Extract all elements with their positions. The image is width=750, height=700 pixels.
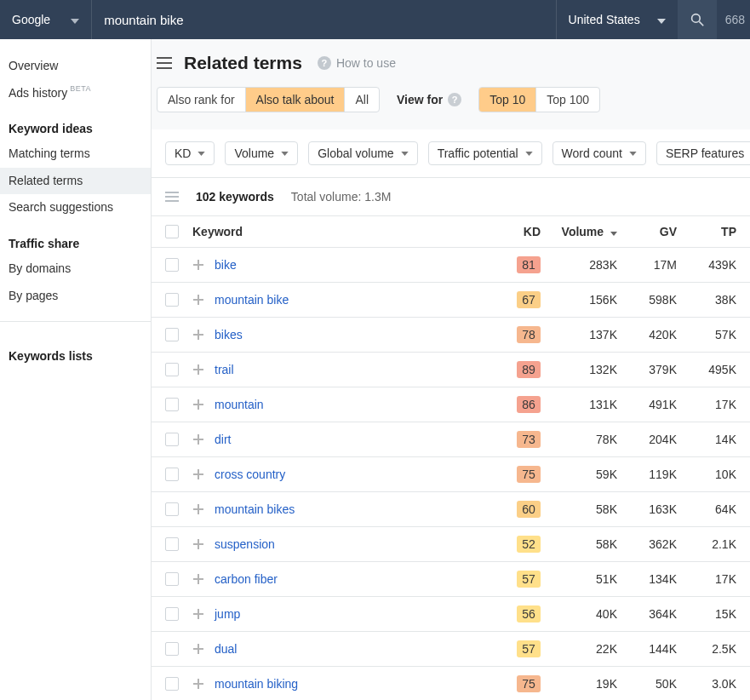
row-checkbox[interactable]	[165, 572, 179, 586]
keyword-link[interactable]: suspension	[215, 537, 275, 551]
table-header: Keyword KD Volume GV TP	[152, 216, 750, 248]
keyword-link[interactable]: bikes	[215, 328, 243, 341]
header-volume[interactable]: Volume	[541, 225, 617, 238]
table-menu-icon[interactable]	[165, 192, 179, 202]
keyword-link[interactable]: mountain bikes	[215, 502, 295, 516]
volume-cell: 132K	[541, 363, 617, 376]
expand-icon[interactable]	[192, 678, 204, 690]
row-checkbox[interactable]	[165, 642, 179, 656]
row-checkbox[interactable]	[165, 537, 179, 551]
table-row: mountain bike67156K598K38K	[152, 283, 750, 318]
sidebar-item[interactable]: Matching terms	[0, 141, 151, 168]
chevron-down-icon	[71, 13, 79, 26]
tp-cell: 14K	[677, 433, 736, 446]
header-kd[interactable]: KD	[496, 225, 541, 238]
engine-select[interactable]: Google	[0, 0, 92, 39]
expand-icon[interactable]	[192, 468, 204, 480]
sidebar-item-label: Related terms	[9, 173, 83, 190]
expand-icon[interactable]	[192, 364, 204, 376]
gv-cell: 364K	[617, 607, 677, 621]
filter-chip[interactable]: Global volume	[308, 141, 418, 165]
row-checkbox[interactable]	[165, 258, 179, 272]
tp-cell: 2.5K	[677, 642, 736, 656]
tp-cell: 15K	[677, 607, 736, 621]
filter-label: KD	[175, 146, 191, 160]
terms-tab[interactable]: Also rank for	[157, 88, 246, 112]
help-link[interactable]: ? How to use	[318, 56, 396, 70]
sidebar-item[interactable]: By pages	[0, 283, 151, 310]
terms-tab[interactable]: Also talk about	[246, 88, 346, 112]
sort-desc-icon	[610, 225, 617, 238]
keyword-link[interactable]: mountain biking	[215, 677, 298, 691]
keyword-link[interactable]: cross country	[215, 468, 285, 481]
row-checkbox[interactable]	[165, 468, 179, 481]
sidebar-item-label: Matching terms	[9, 146, 90, 163]
total-volume: Total volume: 1.3M	[291, 190, 392, 204]
row-checkbox[interactable]	[165, 363, 179, 376]
keyword-link[interactable]: carbon fiber	[215, 572, 278, 586]
search-input[interactable]: mountain bike	[92, 0, 555, 39]
expand-icon[interactable]	[192, 643, 204, 655]
table-row: mountain86131K491K17K	[152, 387, 750, 422]
keyword-link[interactable]: jump	[215, 607, 240, 621]
expand-icon[interactable]	[192, 433, 204, 445]
kd-chip: 75	[517, 466, 541, 483]
table-row: cross country7559K119K10K	[152, 457, 750, 492]
expand-icon[interactable]	[192, 573, 204, 585]
gv-cell: 362K	[617, 537, 677, 551]
filter-chip[interactable]: Volume	[225, 141, 298, 165]
keyword-link[interactable]: dual	[215, 642, 237, 656]
svg-point-0	[691, 14, 700, 23]
topn-tab[interactable]: Top 10	[479, 88, 536, 112]
row-checkbox[interactable]	[165, 328, 179, 341]
search-button[interactable]	[678, 0, 717, 39]
topn-tab[interactable]: Top 100	[536, 88, 599, 112]
header-keyword[interactable]: Keyword	[192, 225, 496, 238]
tp-cell: 495K	[677, 363, 736, 376]
expand-icon[interactable]	[192, 259, 204, 271]
row-checkbox[interactable]	[165, 293, 179, 307]
kd-chip: 57	[517, 571, 541, 588]
expand-icon[interactable]	[192, 538, 204, 550]
keyword-link[interactable]: mountain bike	[215, 293, 289, 307]
row-checkbox[interactable]	[165, 502, 179, 516]
tp-cell: 64K	[677, 502, 736, 516]
volume-cell: 283K	[541, 258, 617, 272]
expand-icon[interactable]	[192, 399, 204, 410]
volume-cell: 51K	[541, 572, 617, 586]
keyword-count: 102 keywords	[196, 190, 274, 204]
expand-icon[interactable]	[192, 329, 204, 341]
sidebar-item[interactable]: Related terms	[0, 168, 151, 195]
sidebar-item[interactable]: By domains	[0, 255, 151, 283]
country-select[interactable]: United States	[556, 0, 678, 39]
header-gv[interactable]: GV	[617, 225, 677, 238]
header-tp[interactable]: TP	[677, 225, 736, 238]
terms-tab[interactable]: All	[345, 88, 379, 112]
row-checkbox[interactable]	[165, 398, 179, 411]
expand-icon[interactable]	[192, 503, 204, 515]
select-all-checkbox[interactable]	[165, 225, 179, 238]
sidebar-item[interactable]: Search suggestions	[0, 194, 151, 221]
row-checkbox[interactable]	[165, 607, 179, 621]
keyword-link[interactable]: mountain	[215, 398, 264, 411]
sidebar-item[interactable]: Overview	[0, 53, 151, 80]
filter-chip[interactable]: Word count	[552, 141, 646, 165]
row-checkbox[interactable]	[165, 433, 179, 446]
row-checkbox[interactable]	[165, 677, 179, 691]
page-header: Related terms ? How to use	[152, 39, 750, 87]
keyword-link[interactable]: bike	[215, 258, 237, 272]
filter-chip[interactable]: KD	[165, 141, 215, 165]
expand-icon[interactable]	[192, 294, 204, 306]
help-icon: ?	[318, 56, 331, 70]
keyword-link[interactable]: trail	[215, 363, 234, 376]
filter-chip[interactable]: Traffic potential	[428, 141, 542, 165]
expand-icon[interactable]	[192, 608, 204, 620]
sidebar-toggle-icon[interactable]	[157, 57, 172, 69]
volume-cell: 19K	[541, 677, 617, 691]
sidebar-item[interactable]: Ads historyBETA	[0, 80, 151, 107]
gv-cell: 17M	[617, 258, 677, 272]
keyword-link[interactable]: dirt	[215, 433, 231, 446]
gv-cell: 163K	[617, 502, 677, 516]
sidebar-item-label: Overview	[9, 58, 58, 75]
filter-chip[interactable]: SERP features	[656, 141, 750, 165]
